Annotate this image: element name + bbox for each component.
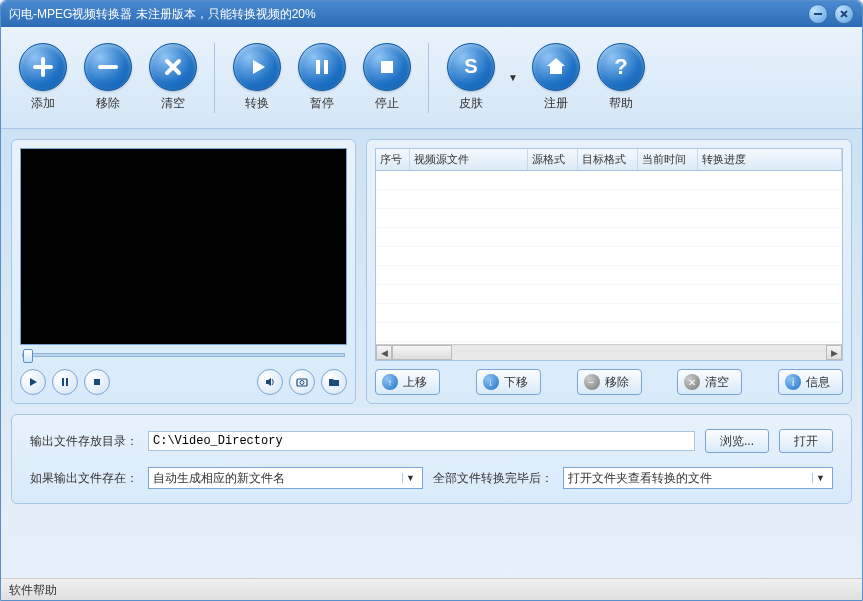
col-srcfmt[interactable]: 源格式 <box>528 149 578 170</box>
minus-icon: − <box>584 374 600 390</box>
scroll-left-arrow[interactable]: ◀ <box>376 345 392 360</box>
plus-icon <box>19 43 67 91</box>
skin-dropdown-arrow[interactable]: ▼ <box>508 72 518 83</box>
exists-select[interactable]: 自动生成相应的新文件名▼ <box>148 467 423 489</box>
exists-label: 如果输出文件存在： <box>30 470 138 487</box>
preview-stop-button[interactable] <box>84 369 110 395</box>
preview-panel <box>11 139 356 404</box>
output-panel: 输出文件存放目录： 浏览... 打开 如果输出文件存在： 自动生成相应的新文件名… <box>11 414 852 504</box>
preview-pause-button[interactable] <box>52 369 78 395</box>
col-source[interactable]: 视频源文件 <box>410 149 528 170</box>
output-dir-label: 输出文件存放目录： <box>30 433 138 450</box>
seek-slider[interactable] <box>20 345 347 363</box>
window-title: 闪电-MPEG视频转换器 未注册版本，只能转换视频的20% <box>9 6 808 23</box>
skin-button[interactable]: S皮肤 <box>443 43 498 112</box>
info-icon: i <box>785 374 801 390</box>
svg-rect-1 <box>316 60 320 74</box>
svg-text:S: S <box>464 55 477 77</box>
col-index[interactable]: 序号 <box>376 149 410 170</box>
col-dstfmt[interactable]: 目标格式 <box>578 149 638 170</box>
table-header: 序号 视频源文件 源格式 目标格式 当前时间 转换进度 <box>376 149 842 171</box>
browse-button[interactable]: 浏览... <box>705 429 769 453</box>
move-up-button[interactable]: ↑上移 <box>375 369 440 395</box>
minimize-button[interactable] <box>808 4 828 24</box>
register-button[interactable]: 注册 <box>528 43 583 112</box>
x-icon: ✕ <box>684 374 700 390</box>
help-icon: ? <box>597 43 645 91</box>
toolbar-separator <box>428 43 429 113</box>
slider-thumb[interactable] <box>23 349 33 363</box>
help-button[interactable]: ?帮助 <box>593 43 648 112</box>
list-remove-button[interactable]: −移除 <box>577 369 642 395</box>
skin-icon: S <box>447 43 495 91</box>
pause-button[interactable]: 暂停 <box>294 43 349 112</box>
svg-rect-8 <box>94 379 100 385</box>
horizontal-scrollbar[interactable]: ◀ ▶ <box>376 344 842 360</box>
after-label: 全部文件转换完毕后： <box>433 470 553 487</box>
home-icon <box>532 43 580 91</box>
toolbar-separator <box>214 43 215 113</box>
main-toolbar: 添加 移除 清空 转换 暂停 停止 S皮肤 ▼ 注册 ?帮助 <box>1 27 862 129</box>
volume-button[interactable] <box>257 369 283 395</box>
col-time[interactable]: 当前时间 <box>638 149 698 170</box>
pause-icon <box>298 43 346 91</box>
output-dir-input[interactable] <box>148 431 695 451</box>
minus-icon <box>84 43 132 91</box>
svg-rect-2 <box>324 60 328 74</box>
add-button[interactable]: 添加 <box>15 43 70 112</box>
chevron-down-icon: ▼ <box>812 473 828 483</box>
after-select[interactable]: 打开文件夹查看转换的文件▼ <box>563 467 833 489</box>
table-body[interactable] <box>376 171 842 344</box>
scrollbar-thumb[interactable] <box>392 345 452 360</box>
stop-button[interactable]: 停止 <box>359 43 414 112</box>
col-progress[interactable]: 转换进度 <box>698 149 842 170</box>
snapshot-button[interactable] <box>289 369 315 395</box>
stop-icon <box>363 43 411 91</box>
video-preview <box>20 148 347 345</box>
file-list-panel: 序号 视频源文件 源格式 目标格式 当前时间 转换进度 ◀ ▶ <box>366 139 852 404</box>
info-button[interactable]: i信息 <box>778 369 843 395</box>
svg-point-10 <box>300 381 304 385</box>
list-clear-button[interactable]: ✕清空 <box>677 369 742 395</box>
chevron-down-icon: ▼ <box>402 473 418 483</box>
svg-rect-6 <box>62 378 64 386</box>
down-arrow-icon: ↓ <box>483 374 499 390</box>
scroll-right-arrow[interactable]: ▶ <box>826 345 842 360</box>
svg-rect-7 <box>66 378 68 386</box>
open-button[interactable]: 打开 <box>779 429 833 453</box>
close-button[interactable] <box>834 4 854 24</box>
remove-button[interactable]: 移除 <box>80 43 135 112</box>
move-down-button[interactable]: ↓下移 <box>476 369 541 395</box>
up-arrow-icon: ↑ <box>382 374 398 390</box>
play-icon <box>233 43 281 91</box>
folder-button[interactable] <box>321 369 347 395</box>
titlebar: 闪电-MPEG视频转换器 未注册版本，只能转换视频的20% <box>1 1 862 27</box>
convert-button[interactable]: 转换 <box>229 43 284 112</box>
status-bar: 软件帮助 <box>1 578 862 600</box>
svg-rect-3 <box>381 61 393 73</box>
preview-play-button[interactable] <box>20 369 46 395</box>
clear-button[interactable]: 清空 <box>145 43 200 112</box>
file-table: 序号 视频源文件 源格式 目标格式 当前时间 转换进度 ◀ ▶ <box>375 148 843 361</box>
svg-rect-0 <box>814 13 822 15</box>
svg-text:?: ? <box>614 54 627 79</box>
x-icon <box>149 43 197 91</box>
